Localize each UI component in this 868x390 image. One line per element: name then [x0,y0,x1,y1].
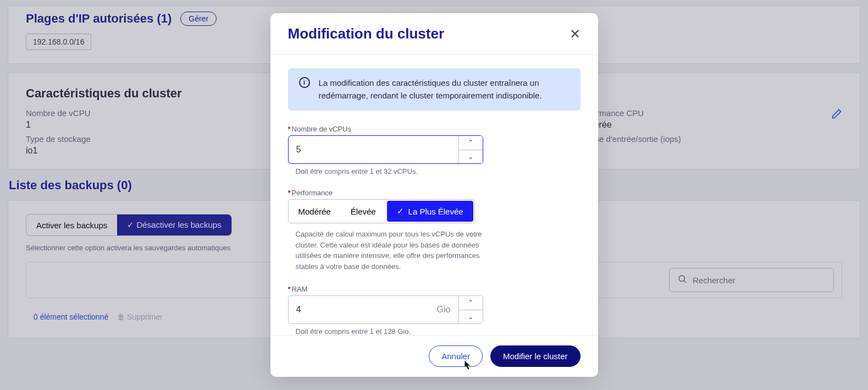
info-icon: i [299,77,310,88]
ram-decrement[interactable]: ⌄ [459,310,483,324]
ram-field-label: RAM [292,285,308,293]
check-icon: ✓ [397,206,404,216]
ram-increment[interactable]: ⌃ [459,296,483,310]
chevron-down-icon: ⌄ [468,153,473,161]
perf-help-text: Capacité de calcul maximum pour tous les… [296,229,483,272]
chevron-up-icon: ⌃ [468,139,473,146]
vcpu-hint: Doit être compris entre 1 et 32 vCPUs. [296,167,580,175]
ram-unit: Gio [437,305,451,315]
chevron-up-icon: ⌃ [468,299,473,306]
perf-max[interactable]: ✓ La Plus Élevée [387,201,473,222]
vcpu-input-value[interactable]: 5 [296,145,301,155]
perf-moderate[interactable]: Modérée [289,200,341,223]
perf-max-label: La Plus Élevée [408,207,463,216]
modal-title: Modification du cluster [288,25,445,42]
vcpu-stepper[interactable]: 5 ⌃ ⌄ [288,135,483,164]
vcpu-decrement[interactable]: ⌄ [459,150,483,164]
chevron-down-icon: ⌄ [468,313,473,321]
vcpu-increment[interactable]: ⌃ [459,136,483,150]
ram-stepper[interactable]: 4 Gio ⌃ ⌄ [288,295,483,324]
info-banner-text: La modification des caractéristiques du … [319,77,570,102]
ram-input-value[interactable]: 4 [296,305,301,315]
perf-field-label: Performance [292,189,333,197]
performance-group: Modérée Élevée ✓ La Plus Élevée [288,199,475,223]
submit-button[interactable]: Modifier le cluster [490,345,580,367]
cancel-button[interactable]: Annuler [429,345,483,367]
vcpu-field-label: Nombre de vCPUs [292,125,351,133]
modal-scrim: Modification du cluster ✕ i La modificat… [0,0,868,390]
close-icon[interactable]: ✕ [570,26,580,42]
ram-hint: Doit être compris entre 1 et 128 Gio. [296,327,580,335]
perf-high[interactable]: Élevée [341,200,386,223]
info-banner: i La modification des caractéristiques d… [288,68,580,111]
modify-cluster-modal: Modification du cluster ✕ i La modificat… [270,13,598,377]
